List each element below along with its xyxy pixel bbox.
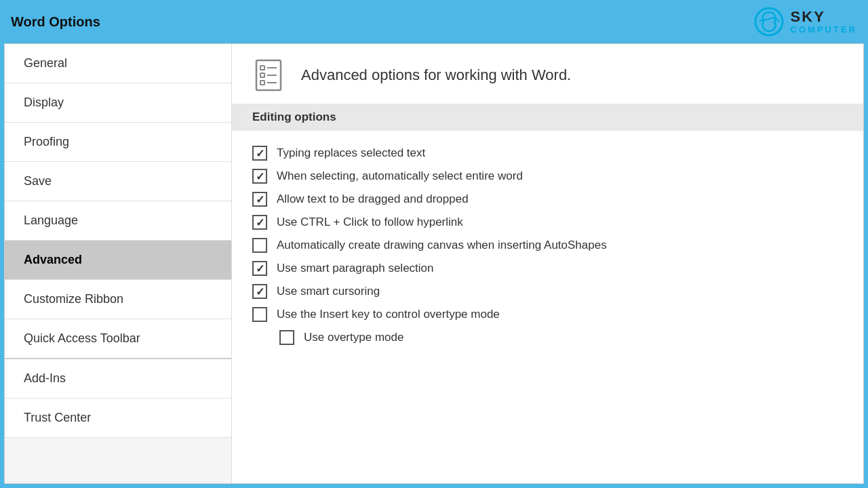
window-title: Word Options bbox=[11, 14, 100, 30]
option-row-drawing-canvas: Automatically create drawing canvas when… bbox=[252, 234, 843, 257]
option-row-ctrl-click-hyperlink: Use CTRL + Click to follow hyperlink bbox=[252, 211, 843, 234]
option-row-insert-key-overtype: Use the Insert key to control overtype m… bbox=[252, 303, 843, 326]
checkbox-overtype-mode[interactable] bbox=[279, 330, 294, 345]
checkbox-insert-key-overtype[interactable] bbox=[252, 307, 267, 322]
sidebar-item-display[interactable]: Display bbox=[5, 83, 231, 123]
logo-sky-label: SKY bbox=[791, 9, 857, 25]
option-label-auto-select-word: When selecting, automatically select ent… bbox=[277, 169, 523, 183]
logo: SKY COMPUTER bbox=[753, 5, 857, 38]
checkbox-ctrl-click-hyperlink[interactable] bbox=[252, 215, 267, 230]
checkbox-smart-paragraph[interactable] bbox=[252, 261, 267, 276]
content-header-title: Advanced options for working with Word. bbox=[301, 66, 571, 84]
sky-computer-logo-icon bbox=[753, 5, 785, 38]
sidebar-item-trust-center[interactable]: Trust Center bbox=[5, 399, 231, 438]
option-label-insert-key-overtype: Use the Insert key to control overtype m… bbox=[277, 308, 500, 321]
option-row-smart-paragraph: Use smart paragraph selection bbox=[252, 257, 843, 280]
checkbox-smart-cursoring[interactable] bbox=[252, 284, 267, 299]
sidebar-item-quick-access-toolbar[interactable]: Quick Access Toolbar bbox=[5, 319, 231, 359]
sidebar-item-save[interactable]: Save bbox=[5, 162, 231, 201]
option-label-drawing-canvas: Automatically create drawing canvas when… bbox=[277, 239, 607, 252]
option-label-overtype-mode: Use overtype mode bbox=[304, 331, 403, 344]
content-header: Advanced options for working with Word. bbox=[232, 44, 863, 104]
logo-computer-label: COMPUTER bbox=[791, 25, 857, 35]
sidebar-item-proofing[interactable]: Proofing bbox=[5, 123, 231, 162]
checkbox-typing-replaces[interactable] bbox=[252, 146, 267, 161]
option-row-typing-replaces: Typing replaces selected text bbox=[252, 142, 843, 165]
sidebar-item-general[interactable]: General bbox=[5, 44, 231, 83]
sidebar-item-language[interactable]: Language bbox=[5, 201, 231, 241]
checkbox-drawing-canvas[interactable] bbox=[252, 238, 267, 253]
sidebar-item-customize-ribbon[interactable]: Customize Ribbon bbox=[5, 280, 231, 319]
sidebar: GeneralDisplayProofingSaveLanguageAdvanc… bbox=[5, 44, 232, 483]
option-row-overtype-mode: Use overtype mode bbox=[252, 326, 843, 349]
option-label-typing-replaces: Typing replaces selected text bbox=[277, 146, 425, 160]
option-row-auto-select-word: When selecting, automatically select ent… bbox=[252, 165, 843, 188]
option-row-smart-cursoring: Use smart cursoring bbox=[252, 280, 843, 303]
option-label-smart-cursoring: Use smart cursoring bbox=[277, 285, 380, 298]
sidebar-item-advanced[interactable]: Advanced bbox=[5, 241, 231, 280]
checkbox-drag-drop[interactable] bbox=[252, 192, 267, 207]
option-row-drag-drop: Allow text to be dragged and dropped bbox=[252, 188, 843, 211]
section-editing-options: Editing options bbox=[232, 104, 863, 131]
sidebar-item-add-ins[interactable]: Add-Ins bbox=[5, 359, 231, 399]
option-label-drag-drop: Allow text to be dragged and dropped bbox=[277, 192, 469, 206]
option-label-ctrl-click-hyperlink: Use CTRL + Click to follow hyperlink bbox=[277, 216, 463, 229]
logo-text: SKY COMPUTER bbox=[791, 9, 857, 35]
option-label-smart-paragraph: Use smart paragraph selection bbox=[277, 262, 434, 275]
advanced-options-icon bbox=[252, 58, 288, 93]
content-panel: Advanced options for working with Word. … bbox=[232, 44, 863, 483]
checkbox-auto-select-word[interactable] bbox=[252, 169, 267, 184]
options-list: Typing replaces selected textWhen select… bbox=[232, 136, 863, 354]
